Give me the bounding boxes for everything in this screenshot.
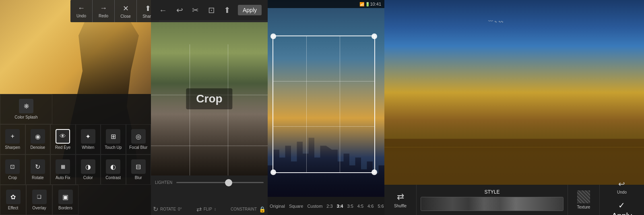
texture-button[interactable]: Texture: [568, 185, 600, 215]
borders-icon: ▣: [58, 190, 73, 204]
rotate-label: Rotate: [32, 175, 43, 180]
tool-auto-fix[interactable]: ▦ Auto Fix: [50, 154, 76, 185]
flip-control[interactable]: ⇄ FLIP ↕: [196, 205, 216, 213]
color-splash-label: Color Splash: [14, 115, 37, 119]
focal-blur-label: Focal Blur: [129, 145, 147, 150]
ratio-3-4[interactable]: 3:4: [335, 202, 345, 210]
overlay-icon: ❑: [32, 190, 47, 204]
panel2-photo-area: Crop: [151, 22, 268, 175]
tool-sharpen[interactable]: + Sharpen: [0, 124, 25, 154]
panel3-crop-ratio: 📶 🔋 10:41 Original Square Custom 2:3 3:4…: [268, 0, 384, 215]
tool-overlay[interactable]: ❑ Overlay: [26, 185, 52, 215]
panel3-photo-area: [268, 0, 384, 197]
panel2-topbar: ← ↩ ✂ ⊡ ⬆ Apply: [151, 0, 268, 20]
panel4-style-editor: 〰 ∿ ∿∿ ⇄ Shuffle STYLE Texture ↩ Undo ✓ …: [384, 0, 644, 215]
flip-arrows: ↕: [214, 207, 216, 211]
crop-handle-top-left[interactable]: [270, 33, 276, 39]
tools-grid: ❋ Color Splash + Sharpen ◉ Denoise 👁 Red…: [0, 94, 151, 215]
panel2-controls: LIGHTEN ↻ ROTATE 0° ⇄ FLIP ↕ CONSTRAINT …: [151, 175, 268, 215]
tool-effect[interactable]: ✿ Effect: [0, 185, 26, 215]
lighten-slider-thumb[interactable]: [225, 179, 232, 186]
crop-selection-box[interactable]: [272, 35, 375, 173]
ratio-4-5[interactable]: 4:5: [355, 202, 365, 210]
ratio-2-3[interactable]: 2:3: [324, 202, 334, 210]
panel4-photo-area: 〰 ∿ ∿∿: [384, 0, 644, 185]
undo-button[interactable]: ← Undo: [70, 0, 93, 22]
tool-rotate[interactable]: ↻ Rotate: [25, 154, 51, 185]
tools-row-3: ✿ Effect ❑ Overlay ▣ Borders: [0, 185, 151, 215]
tool-touch-up[interactable]: ⊞ Touch Up: [101, 124, 126, 154]
close-button[interactable]: ✕ Close: [115, 0, 137, 22]
panel2-undo-button[interactable]: ↩: [174, 3, 185, 17]
ratio-custom[interactable]: Custom: [305, 202, 324, 210]
panel2-back-button[interactable]: ←: [157, 4, 169, 17]
editor-toolbar: ← Undo → Redo ✕ Close ⬆ Share: [70, 0, 159, 22]
overlay-label: Overlay: [32, 206, 46, 210]
panel2-crop-mode-button[interactable]: ✂: [190, 3, 201, 17]
share-icon: ⬆: [145, 4, 151, 13]
red-eye-label: Red Eye: [55, 145, 70, 150]
panel2-apply-button[interactable]: Apply: [238, 5, 262, 15]
borders-label: Borders: [58, 206, 72, 210]
panel2-share-button[interactable]: ⬆: [222, 3, 233, 17]
focal-blur-icon: ◎: [131, 129, 146, 144]
tool-blur[interactable]: ⊟ Blur: [126, 154, 151, 185]
apply-icon-p4: ✓: [618, 200, 625, 210]
ratio-square[interactable]: Square: [287, 202, 305, 210]
panel2-bottom-controls: ↻ ROTATE 0° ⇄ FLIP ↕ CONSTRAINT 🔒: [153, 205, 266, 213]
tool-color-splash[interactable]: ❋ Color Splash: [0, 94, 52, 124]
panel4-action-buttons: ↩ Undo ✓ Apply: [600, 177, 644, 215]
flip-ctrl-icon: ⇄: [196, 205, 202, 213]
tools-row-2: ⊡ Crop ↻ Rotate ▦ Auto Fix ◑ Color ◐ Con…: [0, 154, 151, 185]
shuffle-label: Shuffle: [394, 204, 407, 208]
flip-ctrl-label: FLIP: [204, 207, 212, 211]
tool-whiten[interactable]: ✦ Whiten: [76, 124, 101, 154]
redo-button[interactable]: → Redo: [93, 0, 115, 22]
color-label: Color: [83, 175, 93, 180]
rotate-ctrl-icon: ↻: [153, 205, 158, 213]
auto-fix-label: Auto Fix: [56, 175, 70, 180]
tool-denoise[interactable]: ◉ Denoise: [25, 124, 51, 154]
tool-borders[interactable]: ▣ Borders: [52, 185, 78, 215]
lighten-label: LIGHTEN: [155, 180, 172, 185]
constraint-ctrl-label: CONSTRAINT: [231, 207, 257, 211]
style-strip[interactable]: [421, 197, 564, 211]
auto-fix-icon: ▦: [56, 159, 70, 174]
sel-grid-h2: [273, 126, 374, 127]
panel4-apply-button[interactable]: ✓ Apply: [606, 198, 638, 215]
crop-handle-bottom-left[interactable]: [270, 169, 276, 175]
lighten-slider[interactable]: [176, 182, 264, 183]
tool-contrast[interactable]: ◐ Contrast: [101, 154, 126, 185]
panel4-undo-button[interactable]: ↩ Undo: [611, 177, 633, 196]
tool-red-eye[interactable]: 👁 Red Eye: [50, 124, 76, 154]
ratio-4-6[interactable]: 4:6: [365, 202, 376, 210]
panel2-aspect-button[interactable]: ⊡: [206, 3, 217, 17]
undo-label-p4: Undo: [617, 190, 627, 194]
shuffle-icon: ⇄: [397, 192, 404, 202]
tools-row-0: ❋ Color Splash: [0, 94, 151, 124]
undo-icon-p4: ↩: [618, 179, 625, 189]
constraint-icon: 🔒: [259, 206, 266, 213]
tool-color[interactable]: ◑ Color: [76, 154, 101, 185]
tool-crop[interactable]: ⊡ Crop: [0, 154, 25, 185]
ratio-3-5[interactable]: 3:5: [345, 202, 355, 210]
sel-grid-h1: [273, 81, 374, 81]
contrast-label: Contrast: [105, 175, 121, 180]
crop-label: Crop: [8, 175, 17, 180]
undo-label: Undo: [76, 14, 86, 18]
rotate-control[interactable]: ↻ ROTATE 0°: [153, 205, 182, 213]
denoise-icon: ◉: [31, 129, 45, 144]
sharpen-icon: +: [5, 129, 20, 144]
close-icon: ✕: [123, 4, 129, 13]
grid-line-h1: [151, 95, 268, 95]
redo-label: Redo: [99, 14, 108, 18]
crop-handle-top-right[interactable]: [372, 33, 377, 39]
sel-grid-v1: [306, 36, 307, 173]
redo-icon: →: [100, 4, 107, 13]
tool-focal-blur[interactable]: ◎ Focal Blur: [126, 124, 151, 154]
shuffle-button[interactable]: ⇄ Shuffle: [384, 185, 417, 215]
ratio-original[interactable]: Original: [268, 202, 287, 210]
status-time: 10:41: [370, 2, 381, 6]
texture-label: Texture: [577, 205, 590, 209]
constraint-control[interactable]: CONSTRAINT 🔒: [231, 206, 266, 213]
